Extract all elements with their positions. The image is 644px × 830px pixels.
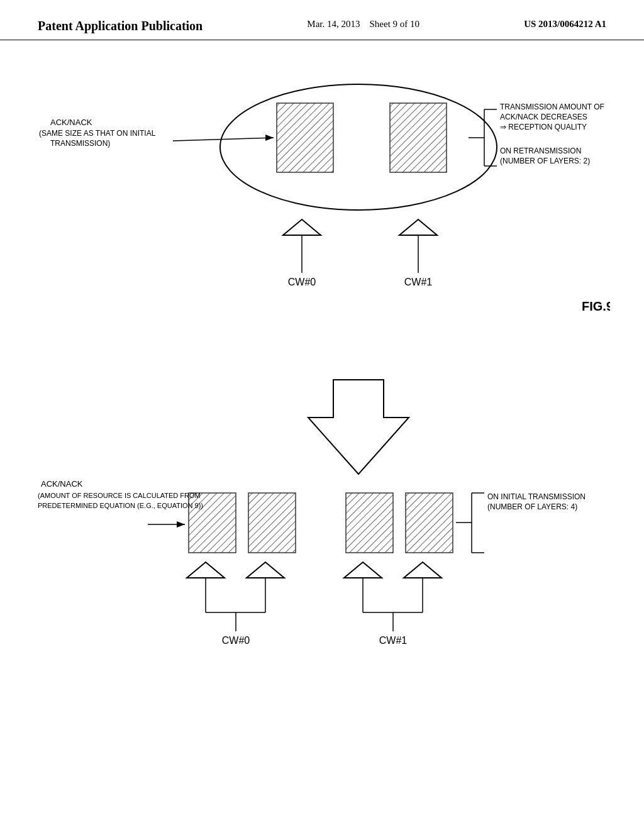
svg-text:(NUMBER OF LAYERS: 2): (NUMBER OF LAYERS: 2) — [500, 157, 590, 165]
svg-text:(AMOUNT OF RESOURCE IS CALCULA: (AMOUNT OF RESOURCE IS CALCULATED FROM — [38, 492, 201, 499]
svg-rect-18 — [346, 493, 393, 553]
svg-text:(SAME SIZE AS THAT ON INITIAL: (SAME SIZE AS THAT ON INITIAL — [39, 129, 156, 138]
svg-line-9 — [173, 138, 274, 141]
publication-date: Mar. 14, 2013 — [307, 19, 360, 29]
svg-text:PREDETERMINED EQUATION (E.G., : PREDETERMINED EQUATION (E.G., EQUATION 9… — [38, 502, 203, 509]
bottom-right-annotation: ON INITIAL TRANSMISSION — [487, 492, 586, 501]
bottom-cw1-label: CW#1 — [379, 635, 408, 646]
figure-9-svg: CW#0 CW#1 — [31, 59, 610, 826]
sheet-info: Sheet 9 of 10 — [369, 19, 419, 29]
svg-marker-6 — [399, 219, 437, 235]
svg-marker-22 — [344, 562, 382, 578]
publication-info: Mar. 14, 2013 Sheet 9 of 10 — [307, 19, 419, 30]
top-left-annotation-line1: ACK/NACK — [50, 118, 92, 127]
bottom-left-annotation-1: ACK/NACK — [41, 479, 83, 489]
publication-number: US 2013/0064212 A1 — [524, 19, 606, 30]
svg-rect-3 — [277, 103, 333, 172]
figure-label: FIG.9 — [582, 299, 610, 313]
page-header: Patent Application Publication Mar. 14, … — [0, 0, 644, 40]
bottom-cw0-label: CW#0 — [222, 635, 250, 646]
svg-marker-15 — [308, 380, 409, 474]
svg-marker-21 — [247, 562, 284, 578]
svg-marker-33 — [177, 521, 185, 528]
top-right-annotation-2: ON RETRANSMISSION — [500, 147, 581, 155]
svg-text:ACK/NACK DECREASES: ACK/NACK DECREASES — [500, 113, 587, 121]
top-cw1-label: CW#1 — [404, 277, 433, 287]
svg-marker-5 — [283, 219, 321, 235]
svg-rect-19 — [406, 493, 453, 553]
svg-rect-17 — [248, 493, 296, 553]
top-right-annotation-1: TRANSMISSION AMOUNT OF — [500, 102, 604, 111]
svg-point-2 — [220, 84, 497, 210]
svg-marker-20 — [187, 562, 225, 578]
svg-text:⇒ RECEPTION QUALITY: ⇒ RECEPTION QUALITY — [500, 123, 587, 131]
diagram-area: CW#0 CW#1 — [0, 40, 644, 820]
svg-marker-23 — [404, 562, 441, 578]
svg-rect-4 — [390, 103, 447, 172]
top-cw0-label: CW#0 — [288, 277, 316, 287]
publication-title: Patent Application Publication — [38, 19, 203, 33]
svg-text:TRANSMISSION): TRANSMISSION) — [50, 139, 110, 148]
svg-marker-10 — [265, 135, 274, 141]
svg-text:(NUMBER OF LAYERS: 4): (NUMBER OF LAYERS: 4) — [487, 502, 577, 511]
